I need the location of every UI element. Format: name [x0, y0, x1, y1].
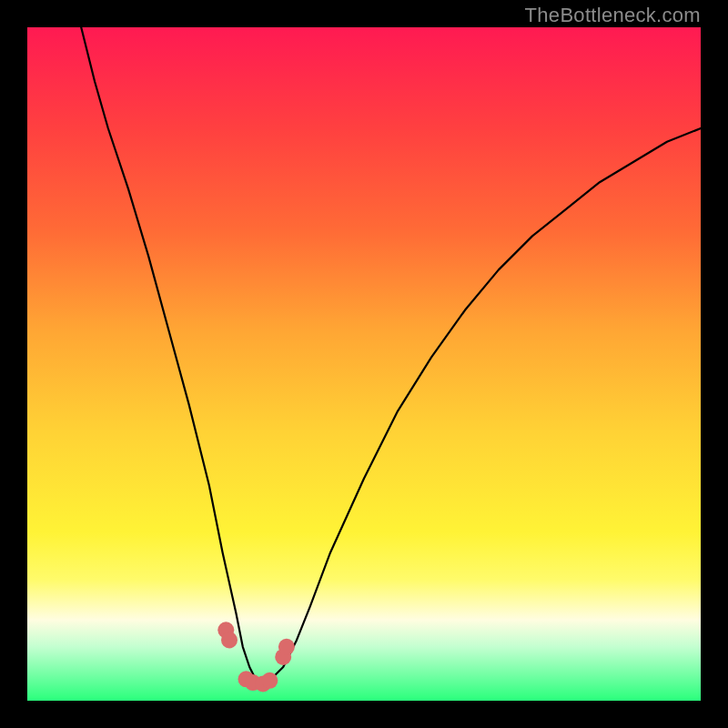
highlight-dot [278, 639, 295, 655]
highlight-dot [261, 672, 278, 689]
plot-area [27, 27, 701, 701]
highlight-markers [217, 622, 295, 692]
bottleneck-curve [81, 27, 701, 684]
watermark-text: TheBottleneck.com [525, 4, 701, 27]
chart-frame: TheBottleneck.com [0, 0, 728, 728]
highlight-dot [221, 632, 238, 648]
curve-svg [27, 27, 701, 701]
